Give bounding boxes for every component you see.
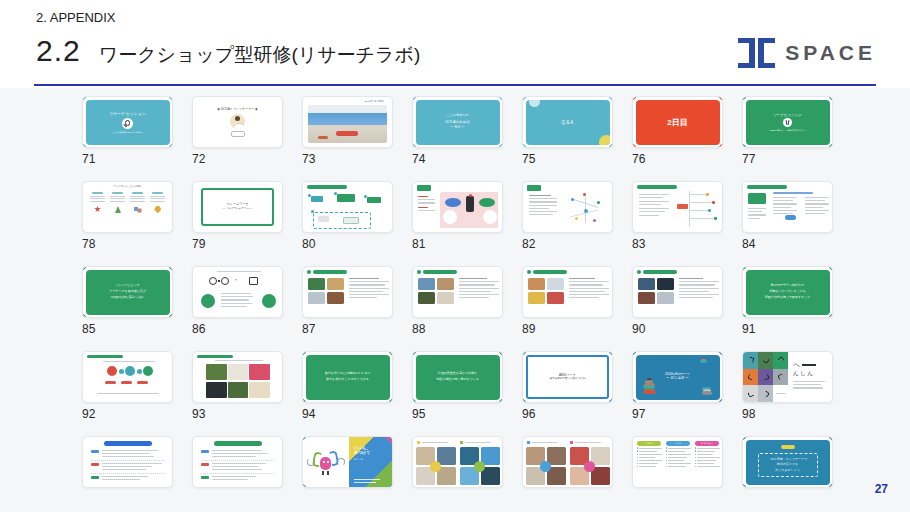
slide-thumbnail-79: フレームワーク ー プログラムデザイン ー xyxy=(192,181,283,233)
thumb-cell-78: ワークセッションの流れ 78 xyxy=(82,181,173,251)
slide-thumbnail-93 xyxy=(192,351,283,403)
thumb-cell-r5c2 xyxy=(192,436,283,488)
thumbnail-grid: リサーチセッション ～◯◯中学校のULTLAから学ぶ～ 71 ◉ ULTLAファ… xyxy=(82,96,833,488)
thumb-number: 76 xyxy=(632,152,723,166)
thumb-number: 86 xyxy=(192,322,283,336)
thumb-number: 87 xyxy=(302,322,393,336)
photo-grid xyxy=(308,278,344,304)
thumb-cell-75: Q & A 75 xyxy=(522,96,613,166)
slide-thumbnail-three-lists: しぜん くらし おまじない xyxy=(632,436,723,488)
section-number: 2.2 xyxy=(36,34,81,68)
thumb-cell-76: 2日目 76 xyxy=(632,96,723,166)
thumb-number: 91 xyxy=(742,322,833,336)
thumb-number: 78 xyxy=(82,237,173,251)
thumb-number: 88 xyxy=(412,322,503,336)
slide-thumbnail-72: ◉ ULTLAファシリテーター ◉ xyxy=(192,96,283,148)
thumb-cell-97: 2024年度のテーマ ー 石と意志 ー 97 xyxy=(632,351,723,421)
thumb-number: 96 xyxy=(522,407,613,421)
thumb-cell-80: 80 xyxy=(302,181,393,251)
thumb-cell-84: 84 xyxy=(742,181,833,251)
photo-collage xyxy=(206,364,270,398)
thumb-cell-89: 89 xyxy=(522,266,613,336)
section-label: 2. APPENDIX xyxy=(36,10,115,25)
thumb-number: 83 xyxy=(632,237,723,251)
slide-thumbnail-83 xyxy=(632,181,723,233)
box-icon xyxy=(249,277,258,285)
slide-thumbnail-97: 2024年度のテーマ ー 石と意志 ー xyxy=(632,351,723,403)
slide-thumbnail-92 xyxy=(82,351,173,403)
thumb-cell-91: 学びのデザイン設計とは 何気なくやっていることを 意図と信念を持って配置すること… xyxy=(742,266,833,336)
thumb-cell-88: 88 xyxy=(412,266,503,336)
thumb-number: 98 xyxy=(742,407,833,421)
slide-page: 2. APPENDIX 2.2 ワークショップ型研修(リサーチラボ) SPACE… xyxy=(0,0,910,512)
slide-thumbnail-agenda-green xyxy=(192,436,283,488)
thumb-number: 81 xyxy=(412,237,503,251)
thumb-cell-90: 90 xyxy=(632,266,723,336)
thumb-number: 95 xyxy=(412,407,503,421)
slide-thumbnail-82 xyxy=(522,181,613,233)
slide-thumbnail-96: ABSLワーク (美学を教科学習へと結びつける) xyxy=(522,351,613,403)
slide-thumbnail-character-cover: じぶん、 見つけて んしん xyxy=(302,436,393,488)
thumb-number: 89 xyxy=(522,322,613,336)
slide-thumbnail-71: リサーチセッション ～◯◯中学校のULTLAから学ぶ～ xyxy=(82,96,173,148)
thumb-cell-96: ABSLワーク (美学を教科学習へと結びつける) 96 xyxy=(522,351,613,421)
page-title: 2.2 ワークショップ型研修(リサーチラボ) xyxy=(36,34,420,68)
thumb-cell-93: 93 xyxy=(192,351,283,421)
hand-icon xyxy=(783,118,792,127)
hook-tile-grid xyxy=(743,352,788,402)
slide-thumbnail-85: ブレストによって アイディアを最大限に広げ 物理的な枠に落とし込む xyxy=(82,266,173,318)
thumb-cell-73: 2025年4月の様子 73 xyxy=(302,96,393,166)
puzzle-icon xyxy=(134,206,141,213)
slide-thumbnail-91: 学びのデザイン設計とは 何気なくやっていることを 意図と信念を持って配置すること xyxy=(742,266,833,318)
thumb-cell-r5c1 xyxy=(82,436,173,488)
slide-thumbnail-73: 2025年4月の様子 xyxy=(302,96,393,148)
slide-thumbnail-90 xyxy=(632,266,723,318)
thumb-cell-85: ブレストによって アイディアを最大限に広げ 物理的な枠に落とし込む 85 xyxy=(82,266,173,336)
thumb-number: 84 xyxy=(742,237,833,251)
thumb-number: 97 xyxy=(632,407,723,421)
space-logo: SPACE xyxy=(738,38,876,68)
slide-thumbnail-89 xyxy=(522,266,613,318)
title-divider xyxy=(34,84,876,86)
slide-thumbnail-98: へ んしん xyxy=(742,351,833,403)
tree-icon xyxy=(115,206,121,213)
thumb-cell-71: リサーチセッション ～◯◯中学校のULTLAから学ぶ～ 71 xyxy=(82,96,173,166)
photo-grid xyxy=(418,278,454,304)
thumb-cell-r5c7: 「石と意志」というテーマで 教科の広がりを 作ってみましょう xyxy=(742,436,833,488)
slide-thumbnail-77: ワークセッション ～ABSLを味わい、一歩を踏み出そう！～ xyxy=(742,96,833,148)
thumb-number: 82 xyxy=(522,237,613,251)
space-logo-text: SPACE xyxy=(785,41,876,65)
thumb-cell-92: 92 xyxy=(82,351,173,421)
thumb-cell-77: ワークセッション ～ABSLを味わい、一歩を踏み出そう！～ 77 xyxy=(742,96,833,166)
slide-thumbnail-84 xyxy=(742,181,833,233)
thumb-number: 74 xyxy=(412,152,503,166)
thumb-number: 73 xyxy=(302,152,393,166)
thumb-number: 77 xyxy=(742,152,833,166)
flower-icon xyxy=(94,206,101,213)
thumb-number: 79 xyxy=(192,237,283,251)
slide-thumbnail-95: 心理的安全性を高めた環境で 知性と感性が開く学びをつくる xyxy=(412,351,503,403)
photo-grid xyxy=(528,278,564,304)
circle-cluster xyxy=(107,366,153,376)
thumb-cell-r5c6: しぜん くらし おまじない xyxy=(632,436,723,488)
heart-icon xyxy=(155,206,161,213)
slide-thumbnail-75: Q & A xyxy=(522,96,613,148)
slide-thumbnail-86: × xyxy=(192,266,283,318)
thumb-cell-79: フレームワーク ー プログラムデザイン ー 79 xyxy=(192,181,283,251)
thumb-cell-94: 自分を信じるには時間がかかるが 自分を満たすことはすぐできる 94 xyxy=(302,351,393,421)
mindmap-sketch xyxy=(563,189,609,229)
slide-thumbnail-agenda-blue xyxy=(82,436,173,488)
photo-grid xyxy=(638,278,674,304)
slide-thumbnail-theme-prompt: 「石と意志」というテーマで 教科の広がりを 作ってみましょう xyxy=(742,436,833,488)
thumb-number: 92 xyxy=(82,407,173,421)
thumb-cell-r5c3: じぶん、 見つけて んしん xyxy=(302,436,393,488)
facilitator-avatar xyxy=(230,114,245,129)
thumb-number: 75 xyxy=(522,152,613,166)
title-text: ワークショップ型研修(リサーチラボ) xyxy=(99,42,421,68)
slide-thumbnail-88 xyxy=(412,266,503,318)
thumb-number: 93 xyxy=(192,407,283,421)
thumb-number: 90 xyxy=(632,322,723,336)
thumb-number: 72 xyxy=(192,152,283,166)
slide-thumbnail-94: 自分を信じるには時間がかかるが 自分を満たすことはすぐできる xyxy=(302,351,393,403)
thumb-cell-86: × 86 xyxy=(192,266,283,336)
